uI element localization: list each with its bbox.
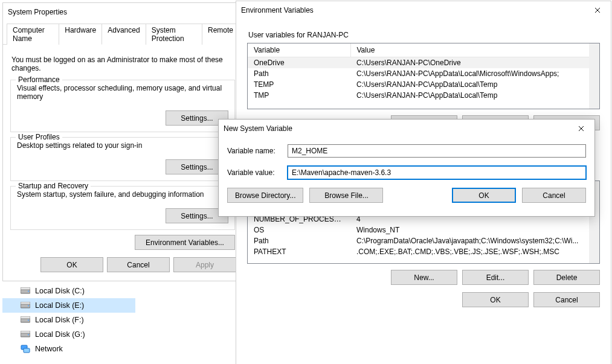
user-vars-label: User variables for RANJAN-PC	[248, 31, 599, 39]
svg-rect-4	[21, 302, 30, 304]
ok-button[interactable]: OK	[40, 257, 103, 272]
network-icon	[21, 345, 30, 353]
close-button[interactable]	[584, 1, 611, 19]
titlebar-new-system-variable[interactable]: New System Variable	[219, 120, 594, 137]
env-cancel-button[interactable]: Cancel	[533, 292, 600, 307]
scrollbar[interactable]	[589, 43, 599, 109]
system-properties-tabs: Computer NameHardwareAdvancedSystem Prot…	[3, 23, 242, 45]
group-startup-recovery: Startup and Recovery System startup, sys…	[10, 186, 235, 230]
admin-intro: You must be logged on as an Administrato…	[11, 56, 234, 72]
drive-icon	[21, 302, 30, 309]
var-name: OS	[248, 225, 350, 235]
drive-icon	[21, 316, 30, 324]
table-row[interactable]: PathC:\Users\RANJAN-PC\AppData\Local\Mic…	[248, 68, 599, 79]
window-system-properties: System Properties Computer NameHardwareA…	[2, 2, 243, 281]
tree-item-drive[interactable]: Local Disk (G:)	[2, 327, 135, 342]
var-name: Path	[248, 68, 350, 79]
tree-item-label: Local Disk (F:)	[35, 316, 84, 324]
system-new-button[interactable]: New...	[391, 270, 457, 285]
explorer-tree: Local Disk (C:)Local Disk (E:)Local Disk…	[2, 284, 135, 356]
tree-item-label: Network	[35, 345, 63, 353]
tab-remote[interactable]: Remote	[202, 24, 239, 45]
variable-name-input[interactable]	[288, 144, 586, 158]
var-name: TEMP	[248, 79, 350, 90]
title-text: Environment Variables	[241, 6, 314, 14]
tree-item-drive[interactable]: Local Disk (F:)	[2, 313, 135, 327]
variable-name-label: Variable name:	[227, 147, 288, 155]
var-name: TMP	[248, 90, 350, 101]
table-row[interactable]: TMPC:\Users\RANJAN-PC\AppData\Local\Temp	[248, 90, 599, 101]
tree-item-label: Local Disk (C:)	[35, 287, 85, 295]
window-new-system-variable: New System Variable Variable name: Varia…	[218, 119, 595, 217]
svg-rect-1	[21, 287, 30, 290]
svg-rect-13	[24, 348, 30, 353]
system-delete-button[interactable]: Delete	[533, 270, 600, 285]
titlebar-environment-variables[interactable]: Environment Variables	[236, 1, 611, 19]
tab-computer-name[interactable]: Computer Name	[7, 24, 59, 45]
svg-point-2	[28, 291, 29, 292]
table-row[interactable]: PATHEXT.COM;.EXE;.BAT;.CMD;.VBS;.VBE;.JS…	[248, 246, 599, 257]
browse-directory-button[interactable]: Browse Directory...	[227, 188, 303, 203]
startup-recovery-legend: Startup and Recovery	[16, 182, 91, 190]
group-user-profiles: User Profiles Desktop settings related t…	[10, 137, 235, 181]
svg-rect-10	[21, 331, 30, 333]
table-row[interactable]: OneDriveC:\Users\RANJAN-PC\OneDrive	[248, 57, 599, 69]
system-edit-button[interactable]: Edit...	[462, 270, 529, 285]
var-name: PATHEXT	[248, 246, 350, 257]
newvar-cancel-button[interactable]: Cancel	[522, 188, 586, 203]
svg-rect-7	[21, 316, 30, 319]
var-value: .COM;.EXE;.BAT;.CMD;.VBS;.VBE;.JS;.JSE;.…	[350, 246, 599, 257]
tree-item-network[interactable]: Network	[2, 342, 135, 356]
tree-item-drive[interactable]: Local Disk (E:)	[2, 298, 135, 313]
var-value: C:\Users\RANJAN-PC\OneDrive	[350, 57, 599, 69]
drive-icon	[21, 287, 30, 295]
user-vars-table-container: Variable Value OneDriveC:\Users\RANJAN-P…	[247, 43, 600, 130]
svg-point-11	[28, 334, 29, 336]
close-icon	[578, 126, 584, 132]
drive-icon	[21, 331, 30, 338]
var-value: C:\Users\RANJAN-PC\AppData\Local\Temp	[350, 90, 599, 101]
group-performance: Performance Visual effects, processor sc…	[10, 80, 235, 132]
table-row[interactable]: TEMPC:\Users\RANJAN-PC\AppData\Local\Tem…	[248, 79, 599, 90]
newvar-ok-button[interactable]: OK	[452, 188, 516, 203]
variable-value-input[interactable]	[288, 166, 586, 179]
environment-variables-button[interactable]: Environment Variables...	[135, 235, 235, 250]
var-value: C:\Users\RANJAN-PC\AppData\Local\Temp	[350, 79, 599, 90]
tab-system-protection[interactable]: System Protection	[146, 24, 202, 45]
var-value: Windows_NT	[350, 225, 599, 235]
browse-file-button[interactable]: Browse File...	[309, 188, 383, 203]
close-icon	[594, 7, 601, 13]
svg-point-5	[28, 305, 29, 307]
close-button[interactable]	[567, 120, 594, 137]
col-variable[interactable]: Variable	[248, 43, 350, 57]
user-vars-table[interactable]: Variable Value OneDriveC:\Users\RANJAN-P…	[248, 43, 599, 101]
apply-button[interactable]: Apply	[173, 257, 236, 272]
svg-point-8	[28, 320, 29, 321]
env-ok-button[interactable]: OK	[462, 292, 529, 307]
tree-item-drive[interactable]: Local Disk (C:)	[2, 284, 135, 298]
var-name: Path	[248, 235, 350, 246]
tree-item-label: Local Disk (E:)	[35, 301, 84, 310]
var-name: OneDrive	[248, 57, 350, 69]
var-value: C:\Users\RANJAN-PC\AppData\Local\Microso…	[350, 68, 599, 79]
startup-recovery-desc: System startup, system failure, and debu…	[17, 190, 228, 199]
performance-legend: Performance	[16, 75, 62, 84]
user-profiles-desc: Desktop settings related to your sign-in	[17, 141, 228, 150]
col-value[interactable]: Value	[350, 43, 599, 57]
tab-advanced[interactable]: Advanced	[101, 24, 146, 45]
title-text: System Properties	[8, 8, 67, 16]
var-value: C:\ProgramData\Oracle\Java\javapath;C:\W…	[350, 235, 599, 246]
user-profiles-legend: User Profiles	[16, 133, 62, 141]
cancel-button[interactable]: Cancel	[107, 257, 170, 272]
titlebar-system-properties[interactable]: System Properties	[3, 3, 242, 21]
system-properties-body: You must be logged on as an Administrato…	[3, 45, 242, 256]
performance-desc: Visual effects, processor scheduling, me…	[17, 84, 228, 101]
tab-hardware[interactable]: Hardware	[59, 24, 102, 45]
variable-value-label: Variable value:	[227, 168, 288, 177]
table-row[interactable]: PathC:\ProgramData\Oracle\Java\javapath;…	[248, 235, 599, 246]
table-row[interactable]: OSWindows_NT	[248, 225, 599, 235]
tree-item-label: Local Disk (G:)	[35, 330, 85, 339]
title-text: New System Variable	[224, 124, 292, 133]
